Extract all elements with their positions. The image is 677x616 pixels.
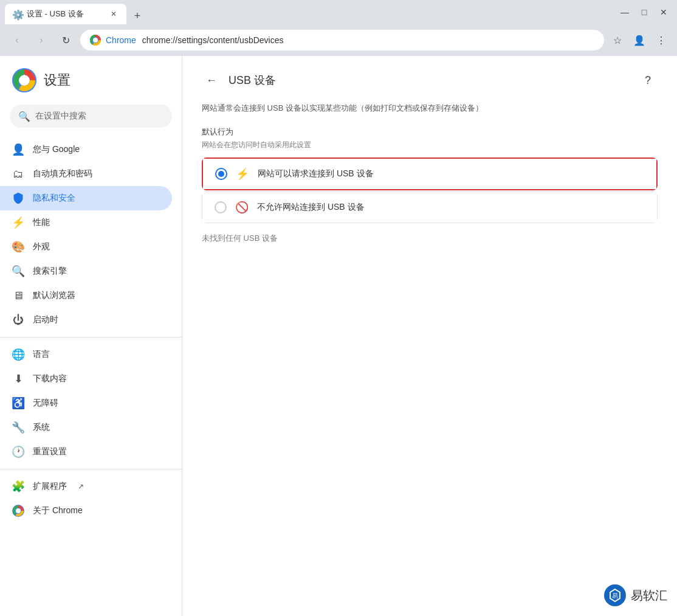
search-placeholder: 在设置中搜索 xyxy=(35,111,86,122)
browser-icon: 🖥 xyxy=(12,289,24,302)
sidebar-header: 设置 xyxy=(0,68,182,105)
forward-button[interactable]: › xyxy=(32,30,51,50)
search-icon: 🔍 xyxy=(18,111,30,122)
sidebar-item-label: 性能 xyxy=(33,217,50,228)
system-icon: 🔧 xyxy=(12,421,24,434)
address-input[interactable]: Chrome chrome://settings/content/usbDevi… xyxy=(80,30,604,50)
sidebar-item-label: 扩展程序 xyxy=(33,481,67,492)
back-button[interactable]: ‹ xyxy=(7,30,27,50)
sidebar-item-extensions[interactable]: 🧩 扩展程序 ↗ xyxy=(0,474,172,499)
search-engine-icon: 🔍 xyxy=(12,265,24,277)
reload-button[interactable]: ↻ xyxy=(56,30,75,50)
appearance-icon: 🎨 xyxy=(12,241,24,253)
section-title: 默认行为 xyxy=(202,126,658,137)
sidebar-item-search[interactable]: 🔍 搜索引擎 xyxy=(0,259,172,283)
performance-icon: ⚡ xyxy=(12,216,24,229)
sidebar-item-label: 语言 xyxy=(33,349,50,360)
page-description: 网站通常会连接到 USB 设备以实现某些功能（例如打印文档或保存到存储设备） xyxy=(202,102,658,114)
sidebar-item-accessibility[interactable]: ♿ 无障碍 xyxy=(0,391,172,415)
svg-point-5 xyxy=(16,508,21,513)
address-bar: ‹ › ↻ Chrome chrome://settings/content/u… xyxy=(0,24,677,56)
section-subtitle: 网站会在您访问时自动采用此设置 xyxy=(202,140,658,150)
option-deny-label: 不允许网站连接到 USB 设备 xyxy=(257,202,365,213)
close-button[interactable]: ✕ xyxy=(655,4,672,21)
sidebar-item-language[interactable]: 🌐 语言 xyxy=(0,342,172,367)
reset-icon: 🕐 xyxy=(12,446,24,458)
sidebar-item-system[interactable]: 🔧 系统 xyxy=(0,415,172,440)
help-button[interactable]: ? xyxy=(638,71,658,90)
window-controls: — □ ✕ xyxy=(616,4,672,21)
sidebar-item-autofill[interactable]: 🗂 自动填充和密码 xyxy=(0,162,172,186)
tab-favicon: ⚙️ xyxy=(12,9,22,19)
sidebar-item-performance[interactable]: ⚡ 性能 xyxy=(0,210,172,235)
option-allow-container[interactable]: ⚡ 网站可以请求连接到 USB 设备 xyxy=(202,157,658,190)
settings-container: 设置 🔍 在设置中搜索 👤 您与 Google 🗂 自动填充和密码 xyxy=(0,56,677,616)
svg-point-1 xyxy=(93,38,98,43)
option-allow-row[interactable]: ⚡ 网站可以请求连接到 USB 设备 xyxy=(203,159,656,189)
main-content: ← USB 设备 ? 网站通常会连接到 USB 设备以实现某些功能（例如打印文档… xyxy=(182,56,677,616)
address-right-icons: ☆ 👤 ⋮ xyxy=(609,32,670,49)
watermark: 易 易软汇 xyxy=(604,584,667,606)
sidebar-item-reset[interactable]: 🕐 重置设置 xyxy=(0,440,172,464)
svg-point-3 xyxy=(19,75,30,86)
chrome-logo xyxy=(12,68,36,92)
sidebar-item-default-browser[interactable]: 🖥 默认浏览器 xyxy=(0,283,172,308)
sidebar-item-downloads[interactable]: ⬇ 下载内容 xyxy=(0,367,172,391)
browser-content: 设置 🔍 在设置中搜索 👤 您与 Google 🗂 自动填充和密码 xyxy=(0,56,677,616)
sidebar-item-label: 启动时 xyxy=(33,314,58,325)
title-bar: ⚙️ 设置 - USB 设备 ✕ + — □ ✕ xyxy=(0,0,677,24)
radio-allow[interactable] xyxy=(215,168,227,180)
profile-button[interactable]: 👤 xyxy=(631,32,648,49)
accessibility-icon: ♿ xyxy=(12,397,24,409)
minimize-button[interactable]: — xyxy=(616,4,633,21)
sidebar-item-label: 自动填充和密码 xyxy=(33,168,92,179)
sidebar-item-label: 下载内容 xyxy=(33,373,67,384)
menu-button[interactable]: ⋮ xyxy=(653,32,670,49)
sidebar: 设置 🔍 在设置中搜索 👤 您与 Google 🗂 自动填充和密码 xyxy=(0,56,182,616)
maximize-button[interactable]: □ xyxy=(636,4,653,21)
sidebar-item-label: 重置设置 xyxy=(33,446,67,457)
radio-inner xyxy=(218,171,224,177)
sidebar-item-label: 您与 Google xyxy=(33,144,80,155)
sidebar-item-label: 外观 xyxy=(33,241,50,252)
sidebar-item-label: 隐私和安全 xyxy=(33,193,75,204)
sidebar-item-appearance[interactable]: 🎨 外观 xyxy=(0,235,172,259)
site-icon xyxy=(90,35,101,46)
sidebar-item-label: 搜索引擎 xyxy=(33,266,67,277)
downloads-icon: ⬇ xyxy=(12,373,24,385)
sidebar-item-label: 默认浏览器 xyxy=(33,290,75,301)
bookmark-button[interactable]: ☆ xyxy=(609,32,626,49)
address-url: chrome://settings/content/usbDevices xyxy=(142,35,284,45)
usb-icon: ⚡ xyxy=(236,167,249,181)
new-tab-button[interactable]: + xyxy=(129,7,146,24)
tab-title: 设置 - USB 设备 xyxy=(27,9,103,19)
page-header: ← USB 设备 ? xyxy=(202,71,658,90)
settings-title: 设置 xyxy=(44,71,70,89)
language-icon: 🌐 xyxy=(12,348,24,361)
privacy-icon xyxy=(12,192,24,204)
svg-text:易: 易 xyxy=(612,592,618,599)
option-deny-row[interactable]: 🚫 不允许网站连接到 USB 设备 xyxy=(202,192,657,223)
google-icon: 👤 xyxy=(12,144,24,156)
sidebar-divider-1 xyxy=(0,337,182,337)
watermark-label: 易软汇 xyxy=(631,587,667,604)
sidebar-item-about[interactable]: 关于 Chrome xyxy=(0,499,172,523)
sidebar-item-google[interactable]: 👤 您与 Google xyxy=(0,137,172,162)
radio-deny[interactable] xyxy=(215,201,227,213)
sidebar-item-privacy[interactable]: 隐私和安全 xyxy=(0,186,172,210)
back-button[interactable]: ← xyxy=(202,71,221,90)
settings-search-bar[interactable]: 🔍 在设置中搜索 xyxy=(10,105,172,128)
about-icon xyxy=(12,505,24,517)
no-devices-text: 未找到任何 USB 设备 xyxy=(202,233,658,244)
extensions-icon: 🧩 xyxy=(12,480,24,493)
autofill-icon: 🗂 xyxy=(12,168,24,180)
sidebar-divider-2 xyxy=(0,469,182,469)
address-brand: Chrome xyxy=(106,35,136,45)
tab-close-button[interactable]: ✕ xyxy=(108,9,119,19)
startup-icon: ⏻ xyxy=(12,314,24,326)
page-title: USB 设备 xyxy=(229,73,276,88)
active-tab[interactable]: ⚙️ 设置 - USB 设备 ✕ xyxy=(5,4,126,24)
sidebar-item-label: 系统 xyxy=(33,422,50,433)
option-deny-container[interactable]: 🚫 不允许网站连接到 USB 设备 xyxy=(202,192,658,223)
sidebar-item-startup[interactable]: ⏻ 启动时 xyxy=(0,308,172,332)
